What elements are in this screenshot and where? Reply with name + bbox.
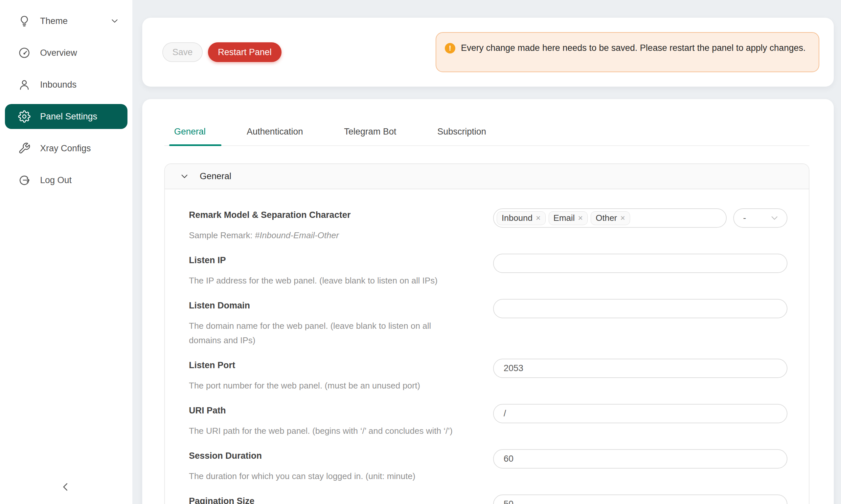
remove-tag-icon[interactable]: ×: [536, 214, 541, 222]
dashboard-icon: [18, 47, 31, 59]
listen-ip-input[interactable]: [493, 254, 787, 273]
general-collapse-panel: General Remark Model & Separation Charac…: [164, 163, 809, 504]
listen-port-input[interactable]: [493, 359, 787, 378]
save-button[interactable]: Save: [162, 42, 203, 62]
field-label: Pagination Size: [189, 494, 477, 504]
restart-warning-alert: ! Every change made here needs to be sav…: [435, 32, 819, 72]
tab-subscription[interactable]: Subscription: [437, 127, 486, 145]
sidebar-item-label: Inbounds: [40, 80, 76, 90]
field-description: The URI path for the web panel. (begins …: [189, 424, 465, 438]
settings-card: GeneralAuthenticationTelegram BotSubscri…: [142, 99, 834, 504]
field-control: [493, 449, 787, 469]
field-description: The duration for which you can stay logg…: [189, 469, 465, 483]
field-description: The IP address for the web panel. (leave…: [189, 273, 465, 288]
field-info: Listen IPThe IP address for the web pane…: [189, 254, 493, 288]
uri-path-input[interactable]: [493, 404, 787, 423]
tab-general[interactable]: General: [174, 127, 206, 145]
main-column: Save Restart Panel ! Every change made h…: [132, 0, 841, 504]
tab-authentication[interactable]: Authentication: [247, 127, 303, 145]
general-section-body: Remark Model & Separation CharacterSampl…: [165, 189, 809, 504]
chevron-down-icon: [110, 17, 119, 25]
field-row-pagination-size: Pagination Size: [189, 494, 787, 504]
gear-icon: [18, 110, 31, 123]
tag-other: Other×: [591, 211, 630, 225]
field-row-listen-port: Listen PortThe port number for the web p…: [189, 359, 787, 393]
field-label: Remark Model & Separation Character: [189, 209, 477, 221]
sidebar: ThemeOverviewInboundsPanel SettingsXray …: [0, 0, 132, 504]
field-info: Listen PortThe port number for the web p…: [189, 359, 493, 393]
sidebar-item-xray-configs[interactable]: Xray Configs: [5, 136, 127, 161]
sidebar-item-label: Log Out: [40, 175, 72, 185]
field-description: Sample Remark: #Inbound-Email-Other: [189, 228, 465, 242]
alert-text: Every change made here needs to be saved…: [461, 41, 806, 55]
field-row-session-duration: Session DurationThe duration for which y…: [189, 449, 787, 483]
sidebar-collapse-button[interactable]: [56, 479, 75, 497]
chevron-left-icon: [61, 482, 71, 493]
field-control: [493, 254, 787, 273]
field-label: Listen Domain: [189, 299, 477, 312]
field-label: Listen Port: [189, 359, 477, 372]
field-control: [493, 494, 787, 504]
toolbar-card: Save Restart Panel ! Every change made h…: [142, 18, 834, 87]
sidebar-item-label: Xray Configs: [40, 143, 91, 154]
field-description: The port number for the web panel. (must…: [189, 378, 465, 393]
sidebar-item-log-out[interactable]: Log Out: [5, 168, 127, 193]
field-info: Remark Model & Separation CharacterSampl…: [189, 209, 493, 242]
selected-separator: -: [743, 213, 746, 223]
field-info: Listen DomainThe domain name for the web…: [189, 299, 493, 347]
field-control: [493, 359, 787, 378]
sidebar-item-label: Theme: [40, 16, 68, 26]
field-control: [493, 299, 787, 318]
separation-character-select[interactable]: -: [733, 209, 787, 228]
sidebar-item-inbounds[interactable]: Inbounds: [5, 72, 127, 97]
tab-telegram-bot[interactable]: Telegram Bot: [344, 127, 396, 145]
field-info: Pagination Size: [189, 494, 493, 504]
tabs: GeneralAuthenticationTelegram BotSubscri…: [174, 127, 809, 145]
sidebar-item-label: Overview: [40, 48, 77, 58]
tabs-bar: GeneralAuthenticationTelegram BotSubscri…: [164, 127, 809, 146]
sidebar-item-label: Panel Settings: [40, 111, 97, 122]
field-row-listen-domain: Listen DomainThe domain name for the web…: [189, 299, 787, 347]
field-row-uri-path: URI PathThe URI path for the web panel. …: [189, 404, 787, 438]
general-collapse-header[interactable]: General: [165, 164, 809, 189]
chevron-down-icon: [770, 214, 779, 222]
remark-model-tags-input[interactable]: Inbound×Email×Other×: [493, 209, 727, 228]
sidebar-item-theme[interactable]: Theme: [5, 8, 127, 34]
field-description: The domain name for the web panel. (leav…: [189, 319, 465, 347]
field-label: URI Path: [189, 404, 477, 417]
listen-domain-input[interactable]: [493, 299, 787, 318]
user-icon: [18, 78, 31, 91]
lightbulb-icon: [18, 15, 31, 27]
app-root: ThemeOverviewInboundsPanel SettingsXray …: [0, 0, 841, 504]
sample-remark-value: #Inbound-Email-Other: [255, 230, 339, 240]
remove-tag-icon[interactable]: ×: [620, 214, 625, 222]
field-row-listen-ip: Listen IPThe IP address for the web pane…: [189, 254, 787, 288]
field-control: Inbound×Email×Other×-: [493, 209, 787, 228]
tag-email: Email×: [549, 211, 588, 225]
field-info: URI PathThe URI path for the web panel. …: [189, 404, 493, 438]
field-row-remark-model-separation-character: Remark Model & Separation CharacterSampl…: [189, 209, 787, 242]
restart-panel-button[interactable]: Restart Panel: [208, 42, 281, 62]
chevron-down-icon: [180, 172, 189, 181]
tag-inbound: Inbound×: [497, 211, 546, 225]
field-control: [493, 404, 787, 423]
field-info: Session DurationThe duration for which y…: [189, 449, 493, 483]
pagination-size-input[interactable]: [493, 494, 787, 504]
logout-icon: [18, 174, 31, 186]
sidebar-item-overview[interactable]: Overview: [5, 40, 127, 65]
section-title: General: [200, 171, 231, 181]
warning-icon: !: [445, 43, 455, 53]
remove-tag-icon[interactable]: ×: [578, 214, 583, 222]
field-label: Session Duration: [189, 449, 477, 462]
sidebar-nav: ThemeOverviewInboundsPanel SettingsXray …: [0, 8, 132, 193]
field-label: Listen IP: [189, 254, 477, 267]
wrench-icon: [18, 142, 31, 155]
sidebar-item-panel-settings[interactable]: Panel Settings: [5, 104, 127, 129]
session-duration-input[interactable]: [493, 449, 787, 469]
